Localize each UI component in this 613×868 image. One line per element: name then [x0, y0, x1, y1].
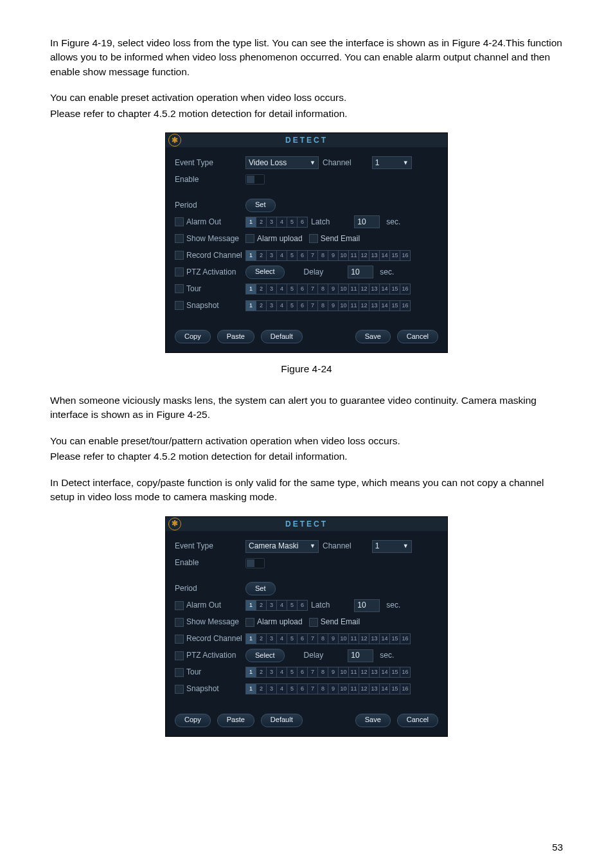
- alarm-out-checkbox[interactable]: [175, 217, 184, 226]
- tour-checkbox[interactable]: [175, 668, 184, 677]
- panel-title: DETECT: [166, 519, 447, 530]
- label-snapshot: Snapshot: [175, 683, 245, 694]
- channel-value: 1: [375, 541, 380, 552]
- label-record-channel: Record Channel: [175, 250, 245, 261]
- label-alarm-upload: Alarm upload: [257, 233, 303, 244]
- panel-titlebar: ✱ DETECT: [166, 133, 447, 147]
- event-type-select[interactable]: Camera Maski ▼: [245, 540, 319, 553]
- label-period: Period: [175, 200, 245, 211]
- label-delay: Delay: [304, 650, 324, 661]
- chevron-down-icon: ▼: [403, 159, 409, 167]
- enable-toggle[interactable]: [245, 558, 265, 568]
- label-alarm-upload: Alarm upload: [257, 617, 303, 628]
- panel-title: DETECT: [166, 135, 447, 146]
- channel-select[interactable]: 1 ▼: [372, 540, 412, 553]
- label-delay: Delay: [304, 267, 324, 278]
- event-type-value: Video Loss: [249, 158, 287, 168]
- label-record-channel: Record Channel: [175, 633, 245, 644]
- detect-panel-video-loss: ✱ DETECT Event Type Video Loss ▼ Channel…: [165, 132, 448, 353]
- label-channel: Channel: [323, 541, 351, 552]
- tour-channels[interactable]: 12345678910111213141516: [245, 667, 410, 678]
- chevron-down-icon: ▼: [310, 542, 315, 550]
- paste-button[interactable]: Paste: [217, 330, 254, 343]
- label-tour: Tour: [175, 667, 245, 678]
- set-button[interactable]: Set: [245, 582, 276, 595]
- label-alarm-out: Alarm Out: [175, 600, 245, 611]
- label-show-message: Show Message: [175, 233, 245, 244]
- label-show-message: Show Message: [175, 617, 245, 628]
- alarm-upload-checkbox[interactable]: [245, 618, 254, 627]
- event-type-value: Camera Maski: [249, 541, 298, 552]
- chevron-down-icon: ▼: [310, 159, 315, 167]
- label-channel: Channel: [323, 158, 351, 168]
- label-ptz-activation: PTZ Activation: [175, 650, 245, 661]
- record-channel-checkbox[interactable]: [175, 635, 184, 644]
- copy-button[interactable]: Copy: [175, 714, 211, 727]
- label-enable: Enable: [175, 174, 245, 185]
- intro-para-1: In Figure 4-19, select video loss from t…: [50, 36, 563, 79]
- alarm-out-channels[interactable]: 123456: [245, 217, 307, 228]
- label-ptz-activation: PTZ Activation: [175, 267, 245, 278]
- select-button[interactable]: Select: [245, 266, 285, 279]
- default-button[interactable]: Default: [261, 330, 303, 343]
- record-channel-checkbox[interactable]: [175, 251, 184, 260]
- send-email-checkbox[interactable]: [309, 618, 318, 627]
- save-button[interactable]: Save: [355, 330, 391, 343]
- label-alarm-out: Alarm Out: [175, 217, 245, 228]
- ptz-activation-checkbox[interactable]: [175, 651, 184, 660]
- intro-para-2a: You can enable preset activation operati…: [50, 91, 563, 105]
- snapshot-checkbox[interactable]: [175, 301, 184, 310]
- panel-titlebar: ✱ DETECT: [166, 517, 447, 531]
- label-sec2: sec.: [380, 650, 394, 661]
- label-latch: Latch: [311, 600, 330, 611]
- default-button[interactable]: Default: [261, 714, 303, 727]
- channel-value: 1: [375, 158, 380, 168]
- show-message-checkbox[interactable]: [175, 234, 184, 243]
- label-sec: sec.: [386, 217, 400, 228]
- copy-button[interactable]: Copy: [175, 330, 211, 343]
- save-button[interactable]: Save: [355, 714, 391, 727]
- para-4b: Please refer to chapter 4.5.2 motion det…: [50, 449, 563, 464]
- record-channels[interactable]: 12345678910111213141516: [245, 250, 410, 261]
- paste-button[interactable]: Paste: [217, 714, 254, 727]
- chevron-down-icon: ▼: [403, 542, 409, 550]
- label-send-email: Send Email: [321, 233, 360, 244]
- ptz-activation-checkbox[interactable]: [175, 267, 184, 276]
- delay-input[interactable]: 10: [348, 266, 373, 278]
- detect-panel-camera-masking: ✱ DETECT Event Type Camera Maski ▼ Chann…: [165, 516, 448, 737]
- enable-toggle[interactable]: [245, 174, 265, 185]
- para-4a: You can enable preset/tour/pattern activ…: [50, 434, 563, 448]
- latch-input[interactable]: 10: [354, 215, 380, 228]
- alarm-out-channels[interactable]: 123456: [245, 600, 307, 611]
- tour-checkbox[interactable]: [175, 284, 184, 293]
- record-channels[interactable]: 12345678910111213141516: [245, 633, 410, 644]
- label-snapshot: Snapshot: [175, 300, 245, 311]
- snapshot-channels[interactable]: 12345678910111213141516: [245, 300, 410, 311]
- label-tour: Tour: [175, 284, 245, 294]
- delay-input[interactable]: 10: [348, 649, 373, 662]
- channel-select[interactable]: 1 ▼: [372, 156, 412, 169]
- select-button[interactable]: Select: [245, 649, 285, 662]
- intro-para-2b: Please refer to chapter 4.5.2 motion det…: [50, 107, 563, 121]
- label-enable: Enable: [175, 557, 245, 568]
- para-3: When someone viciously masks lens, the s…: [50, 393, 563, 422]
- tour-channels[interactable]: 12345678910111213141516: [245, 284, 410, 294]
- label-sec2: sec.: [380, 267, 394, 278]
- label-period: Period: [175, 583, 245, 594]
- cancel-button[interactable]: Cancel: [397, 330, 438, 343]
- show-message-checkbox[interactable]: [175, 618, 184, 627]
- label-event-type: Event Type: [175, 541, 245, 552]
- latch-input[interactable]: 10: [354, 599, 380, 612]
- snapshot-channels[interactable]: 12345678910111213141516: [245, 683, 410, 694]
- snapshot-checkbox[interactable]: [175, 685, 184, 694]
- figure-caption-1: Figure 4-24: [50, 362, 563, 376]
- alarm-out-checkbox[interactable]: [175, 601, 184, 610]
- label-latch: Latch: [311, 217, 330, 228]
- label-event-type: Event Type: [175, 158, 245, 168]
- set-button[interactable]: Set: [245, 199, 276, 212]
- send-email-checkbox[interactable]: [309, 234, 318, 243]
- cancel-button[interactable]: Cancel: [397, 714, 438, 727]
- page-number: 53: [552, 842, 563, 853]
- alarm-upload-checkbox[interactable]: [245, 234, 254, 243]
- event-type-select[interactable]: Video Loss ▼: [245, 156, 319, 169]
